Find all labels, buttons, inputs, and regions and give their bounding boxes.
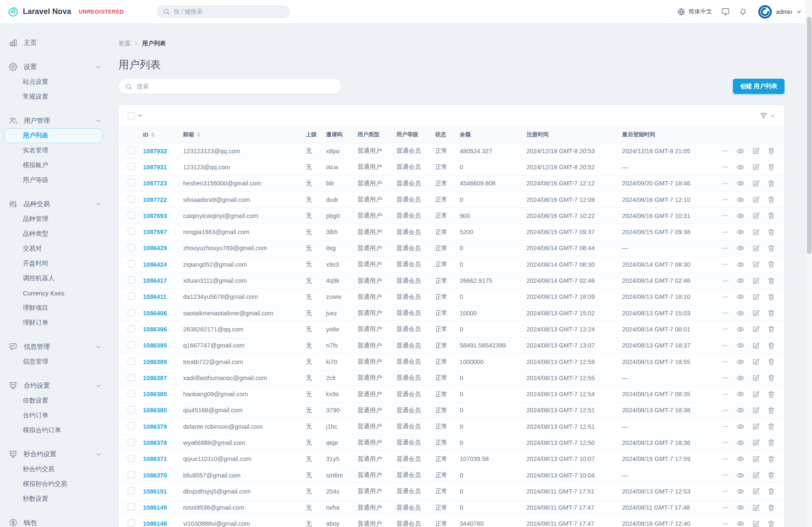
row-edit-button[interactable] — [752, 212, 760, 220]
row-id-link[interactable]: 1087931 — [143, 164, 167, 171]
row-checkbox[interactable] — [128, 406, 135, 413]
sidebar-item[interactable]: 倍数设置 — [4, 393, 102, 408]
vertical-scrollbar[interactable] — [806, 0, 812, 527]
row-checkbox[interactable] — [128, 292, 135, 300]
row-view-button[interactable] — [736, 422, 745, 431]
monitor-icon[interactable] — [721, 7, 730, 16]
row-id-link[interactable]: 1086379 — [143, 423, 167, 430]
row-view-button[interactable] — [736, 374, 745, 382]
row-more-button[interactable] — [722, 277, 729, 284]
row-edit-button[interactable] — [752, 422, 760, 430]
row-view-button[interactable] — [736, 358, 745, 366]
row-delete-button[interactable] — [767, 196, 775, 204]
row-id-link[interactable]: 1086395 — [143, 342, 167, 349]
row-edit-button[interactable] — [752, 260, 760, 268]
row-checkbox[interactable] — [128, 228, 135, 235]
row-id-link[interactable]: 1086151 — [143, 488, 167, 495]
sidebar-item[interactable]: 模拟合约订单 — [4, 423, 102, 438]
row-more-button[interactable] — [722, 261, 729, 268]
row-more-button[interactable] — [722, 520, 729, 527]
sidebar-group-1[interactable]: 设置 — [0, 59, 108, 74]
row-id-link[interactable]: 1086406 — [143, 310, 167, 317]
row-more-button[interactable] — [722, 180, 729, 187]
row-more-button[interactable] — [722, 309, 729, 317]
row-more-button[interactable] — [722, 407, 729, 414]
breadcrumb-root[interactable]: 资源 — [118, 40, 130, 47]
sidebar-item[interactable]: 用户列表 — [4, 128, 102, 143]
row-edit-button[interactable] — [752, 147, 760, 155]
row-delete-button[interactable] — [767, 390, 775, 398]
row-checkbox[interactable] — [128, 325, 135, 332]
row-view-button[interactable] — [736, 163, 745, 171]
sort-toggle-icon[interactable] — [196, 132, 201, 138]
row-more-button[interactable] — [722, 455, 729, 463]
sidebar-item[interactable]: 秒合约交易 — [4, 462, 102, 477]
sidebar-item[interactable]: 理财项目 — [4, 301, 102, 315]
row-edit-button[interactable] — [752, 487, 760, 495]
row-delete-button[interactable] — [767, 147, 775, 155]
sidebar-group-2[interactable]: 用户管理 — [0, 113, 108, 128]
row-id-link[interactable]: 1086389 — [143, 359, 167, 365]
sidebar-group-6[interactable]: 秒合约设置 — [0, 447, 108, 462]
row-checkbox[interactable] — [128, 471, 135, 478]
row-delete-button[interactable] — [767, 277, 775, 285]
row-edit-button[interactable] — [752, 342, 760, 350]
row-id-link[interactable]: 1087722 — [143, 196, 167, 203]
row-delete-button[interactable] — [767, 439, 775, 447]
row-more-button[interactable] — [722, 358, 729, 365]
row-more-button[interactable] — [722, 342, 729, 349]
row-more-button[interactable] — [722, 439, 729, 446]
row-edit-button[interactable] — [752, 325, 760, 333]
row-edit-button[interactable] — [752, 179, 760, 188]
row-id-link[interactable]: 1086417 — [143, 277, 167, 284]
row-id-link[interactable]: 1086429 — [143, 245, 167, 251]
row-id-link[interactable]: 1086380 — [143, 407, 167, 414]
row-id-link[interactable]: 1086387 — [143, 375, 167, 381]
row-edit-button[interactable] — [752, 244, 760, 252]
sidebar-item[interactable]: 合约订单 — [4, 408, 102, 423]
row-edit-button[interactable] — [752, 439, 760, 447]
row-checkbox[interactable] — [128, 503, 135, 510]
row-view-button[interactable] — [736, 503, 745, 512]
row-delete-button[interactable] — [767, 487, 775, 495]
row-view-button[interactable] — [736, 260, 745, 269]
column-header[interactable]: 邮箱 — [180, 131, 302, 138]
row-edit-button[interactable] — [752, 309, 760, 317]
row-checkbox[interactable] — [128, 439, 135, 446]
row-view-button[interactable] — [736, 390, 745, 398]
row-delete-button[interactable] — [767, 309, 775, 317]
row-edit-button[interactable] — [752, 471, 760, 479]
resource-search-input[interactable]: 搜索 — [118, 79, 341, 94]
row-view-button[interactable] — [736, 471, 745, 480]
row-more-button[interactable] — [722, 163, 729, 171]
row-checkbox[interactable] — [128, 519, 135, 527]
sidebar-item[interactable]: 理财订单 — [4, 315, 102, 330]
row-view-button[interactable] — [736, 228, 745, 236]
row-id-link[interactable]: 1086411 — [143, 293, 167, 300]
row-id-link[interactable]: 1086371 — [143, 455, 167, 462]
row-id-link[interactable]: 1086149 — [143, 504, 167, 511]
row-checkbox[interactable] — [128, 487, 135, 494]
row-edit-button[interactable] — [752, 374, 760, 382]
sidebar-item[interactable]: 模拟秒合约交易 — [4, 477, 102, 491]
row-more-button[interactable] — [722, 196, 729, 203]
row-edit-button[interactable] — [752, 504, 760, 512]
row-view-button[interactable] — [736, 325, 745, 334]
row-edit-button[interactable] — [752, 390, 760, 398]
row-delete-button[interactable] — [767, 325, 775, 333]
row-id-link[interactable]: 1087597 — [143, 229, 167, 235]
row-checkbox[interactable] — [128, 276, 135, 284]
row-edit-button[interactable] — [752, 196, 760, 204]
row-delete-button[interactable] — [767, 374, 775, 382]
row-view-button[interactable] — [736, 147, 745, 155]
sidebar-group-4[interactable]: 信息管理 — [0, 339, 108, 354]
sidebar-group-3[interactable]: 品种交易 — [0, 196, 108, 212]
language-switcher[interactable]: 简体中文 — [677, 8, 712, 16]
row-checkbox[interactable] — [128, 422, 135, 430]
row-delete-button[interactable] — [767, 163, 775, 171]
row-id-link[interactable]: 1086148 — [143, 520, 167, 527]
row-view-button[interactable] — [736, 455, 745, 463]
row-checkbox[interactable] — [128, 309, 135, 316]
row-id-link[interactable]: 1086396 — [143, 326, 167, 333]
row-checkbox[interactable] — [128, 390, 135, 397]
